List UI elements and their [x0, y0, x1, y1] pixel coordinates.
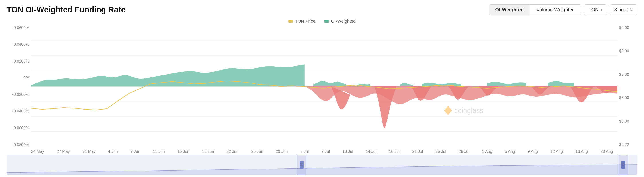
updown-icon: ⇅ [630, 8, 633, 12]
tab-volume-weighted[interactable]: Volume-Weighted [530, 5, 581, 15]
x-label-6: 15 Jun [178, 149, 190, 154]
y-label-5: -0.0400% [7, 109, 31, 114]
legend-ton-price: TON Price [288, 19, 316, 24]
x-label-21: 9 Aug [528, 149, 538, 154]
x-label-18: 29 Jul [459, 149, 469, 154]
x-label-22: 12 Aug [550, 149, 563, 154]
header: TON OI-Weighted Funding Rate OI-Weighted… [7, 5, 637, 15]
x-label-20: 5 Aug [505, 149, 515, 154]
chart-area: 0.0600% 0.0400% 0.0200% 0% -0.0200% -0.0… [7, 26, 637, 175]
legend-dot-oi-weighted [324, 20, 329, 23]
y-label-7: -0.0800% [7, 142, 31, 147]
x-label-12: 7 Jul [321, 149, 330, 154]
minimap-right-handle[interactable] [618, 155, 628, 175]
x-label-1: 27 May [57, 149, 70, 154]
asset-selector[interactable]: TON ▾ [584, 5, 607, 15]
y-label-right-0: $9.00 [618, 26, 637, 30]
y-axis-left: 0.0600% 0.0400% 0.0200% 0% -0.0200% -0.0… [7, 26, 31, 147]
legend-oi-weighted: OI-Weighted [324, 19, 356, 24]
controls: OI-Weighted Volume-Weighted TON ▾ 8 hour… [489, 5, 637, 15]
metric-tab-group: OI-Weighted Volume-Weighted [489, 5, 581, 15]
x-label-7: 18 Jun [202, 149, 214, 154]
x-label-16: 21 Jul [412, 149, 423, 154]
x-label-17: 25 Jul [436, 149, 446, 154]
legend-dot-ton-price [288, 20, 293, 23]
minimap-left-handle[interactable] [297, 155, 306, 175]
y-label-0: 0.0600% [7, 26, 31, 30]
x-label-9: 26 Jun [251, 149, 263, 154]
y-label-6: -0.0600% [7, 126, 31, 130]
legend-label-ton-price: TON Price [295, 19, 316, 24]
y-label-4: -0.0200% [7, 92, 31, 97]
timeframe-selector[interactable]: 8 hour ⇅ [610, 5, 637, 15]
y-label-right-1: $8.00 [618, 49, 637, 54]
chart-svg: 🔶 coinglass [31, 26, 618, 147]
minimap[interactable] [7, 155, 637, 175]
x-label-8: 22 Jun [227, 149, 239, 154]
y-label-right-5: $4.72 [618, 142, 637, 147]
main-chart: 0.0600% 0.0400% 0.0200% 0% -0.0200% -0.0… [7, 26, 637, 147]
x-label-13: 10 Jul [342, 149, 353, 154]
y-label-1: 0.0400% [7, 42, 31, 47]
asset-label: TON [588, 7, 599, 13]
x-label-23: 16 Aug [576, 149, 588, 154]
x-label-15: 18 Jul [389, 149, 400, 154]
chevron-down-icon: ▾ [600, 8, 602, 12]
y-label-right-2: $7.00 [618, 72, 637, 77]
y-label-2: 0.0200% [7, 59, 31, 64]
tab-oi-weighted[interactable]: OI-Weighted [489, 5, 530, 15]
y-label-right-3: $6.00 [618, 96, 637, 100]
x-label-5: 11 Jun [153, 149, 165, 154]
x-axis: 24 May 27 May 31 May 4 Jun 7 Jun 11 Jun … [7, 148, 637, 154]
x-label-3: 4 Jun [108, 149, 118, 154]
svg-text:🔶 coinglass: 🔶 coinglass [444, 106, 483, 115]
y-axis-right: $9.00 $8.00 $7.00 $6.00 $5.00 $4.72 [618, 26, 637, 147]
x-label-2: 31 May [82, 149, 96, 154]
chart-legend: TON Price OI-Weighted [7, 19, 637, 24]
main-container: TON OI-Weighted Funding Rate OI-Weighted… [0, 0, 644, 177]
x-label-14: 14 Jul [366, 149, 376, 154]
x-label-4: 7 Jun [130, 149, 140, 154]
y-label-right-4: $5.00 [618, 119, 637, 124]
legend-label-oi-weighted: OI-Weighted [331, 19, 356, 24]
x-label-10: 29 Jun [276, 149, 288, 154]
x-label-19: 1 Aug [482, 149, 492, 154]
minimap-svg [7, 155, 637, 175]
x-label-0: 24 May [31, 149, 44, 154]
x-label-24: 20 Aug [600, 149, 613, 154]
x-label-11: 3 Jul [300, 149, 309, 154]
y-label-3: 0% [7, 76, 31, 80]
page-title: TON OI-Weighted Funding Rate [7, 5, 126, 15]
timeframe-label: 8 hour [614, 7, 628, 13]
